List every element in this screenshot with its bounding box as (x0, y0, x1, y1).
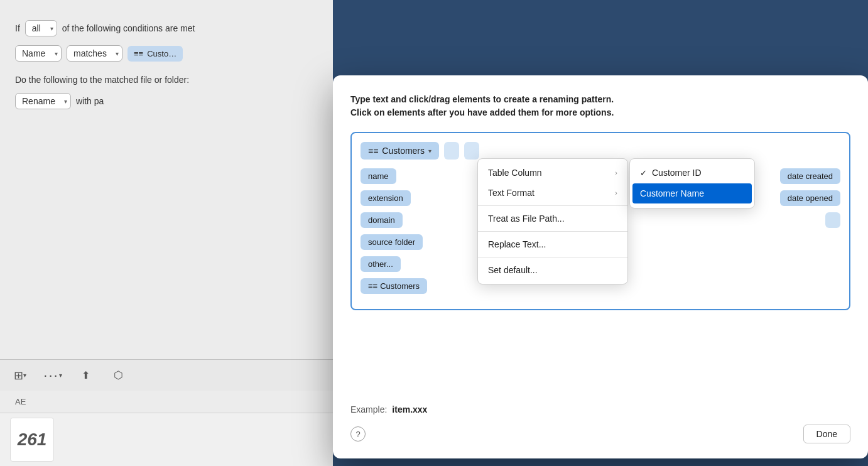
customers-icon: ≡≡ (368, 146, 378, 156)
share-button[interactable]: ⬆ (75, 367, 95, 384)
menu-separator-2 (478, 231, 627, 232)
customers-btn-label: Customers (382, 146, 425, 156)
menu-item-treat-as-file-path[interactable]: Treat as File Path... (478, 209, 627, 229)
table-column-arrow: › (615, 169, 617, 176)
help-button[interactable]: ? (350, 426, 366, 442)
primary-context-menu: Table Column › Text Format › Treat as Fi… (477, 158, 628, 284)
menu-item-table-column[interactable]: Table Column › (478, 163, 627, 183)
instructions-line2: Click on elements after you have added t… (350, 107, 614, 117)
customers-chip-icon: ≡≡ (134, 49, 143, 58)
token-name[interactable]: name (361, 168, 396, 184)
help-icon: ? (355, 430, 360, 439)
menu-item-table-column-label: Table Column (488, 168, 542, 178)
customer-id-check: ✓ (640, 168, 647, 178)
action-prefix-label-wrapper: Do the following to the matched file or … (15, 74, 318, 85)
if-label: If (15, 23, 20, 33)
condition-suffix-label: of the following conditions are met (62, 23, 195, 33)
customers-dropdown-button[interactable]: ≡≡ Customers ▾ (361, 142, 439, 160)
done-label: Done (816, 429, 837, 439)
ellipsis-icon: ··· (43, 367, 58, 384)
dialog-instructions: Type text and click/drag elements to cre… (350, 93, 850, 119)
table-column-submenu: ✓ Customer ID Customer Name (629, 158, 755, 209)
ae-label: AE (15, 397, 26, 406)
token-date-created[interactable]: date created (780, 168, 840, 184)
menu-item-text-format-label: Text Format (488, 188, 534, 198)
dialog-bottom-row: ? Done (350, 415, 850, 443)
token-top-3[interactable] (464, 142, 479, 160)
customers-btn-caret: ▾ (428, 148, 431, 154)
action-select-wrapper[interactable]: Rename ▾ (15, 93, 71, 109)
token-other[interactable]: other... (361, 256, 401, 272)
thumbnail-image: 261 (10, 418, 54, 462)
context-menu-container: Table Column › Text Format › Treat as Fi… (477, 158, 755, 284)
more-caret: ▾ (59, 372, 62, 379)
customers-chip-partial: ≡≡ Custo… (127, 46, 183, 62)
token-extra[interactable] (825, 212, 840, 228)
condition-row: Name ▾ matches ▾ ≡≡ Custo… (15, 45, 318, 62)
thumbnail-text: 261 (18, 430, 47, 450)
token-source-folder[interactable]: source folder (361, 234, 423, 250)
submenu-item-customer-id[interactable]: ✓ Customer ID (630, 163, 754, 183)
pattern-top-row: ≡≡ Customers ▾ (361, 142, 840, 160)
token-customers-icon: ≡≡ (368, 281, 377, 291)
action-select[interactable]: Rename (15, 93, 71, 109)
thumbnail-area: 261 (0, 413, 333, 466)
background-panel: If all ▾ of the following conditions are… (0, 0, 333, 466)
share-icon: ⬆ (82, 369, 90, 381)
menu-item-text-format[interactable]: Text Format › (478, 183, 627, 203)
grid-caret: ▾ (23, 372, 26, 379)
menu-item-replace-text[interactable]: Replace Text... (478, 234, 627, 254)
menu-separator-1 (478, 205, 627, 206)
text-format-arrow: › (615, 189, 617, 197)
token-date-opened[interactable]: date opened (780, 190, 840, 206)
all-select-wrapper[interactable]: all ▾ (25, 20, 57, 36)
submenu-item-customer-name[interactable]: Customer Name (632, 183, 752, 203)
done-button[interactable]: Done (803, 425, 850, 443)
customers-chip-label: Custo… (147, 49, 176, 58)
token-customers[interactable]: ≡≡ Customers (361, 278, 427, 294)
rename-pattern-dialog: Type text and click/drag elements to cre… (333, 75, 868, 458)
menu-item-replace-label: Replace Text... (488, 239, 546, 249)
grid-view-button[interactable]: ⊞ ▾ (10, 367, 30, 384)
token-domain[interactable]: domain (361, 212, 403, 228)
field-select-wrapper[interactable]: Name ▾ (15, 45, 62, 62)
more-options-button[interactable]: ··· ▾ (43, 367, 63, 384)
grid-icon: ⊞ (14, 369, 23, 382)
action-row: Rename ▾ with pa (15, 93, 318, 109)
background-ui: If all ▾ of the following conditions are… (0, 0, 333, 122)
all-select[interactable]: all (25, 20, 57, 36)
submenu-customer-name-label: Customer Name (640, 188, 704, 198)
example-label: Example: (350, 404, 387, 415)
toolbar: ⊞ ▾ ··· ▾ ⬆ ⬡ (0, 359, 333, 391)
operator-select-wrapper[interactable]: matches ▾ (67, 45, 122, 62)
pattern-builder-area[interactable]: ≡≡ Customers ▾ name date created extensi… (350, 132, 850, 310)
menu-separator-3 (478, 257, 627, 257)
action-prefix-label: Do the following to the matched file or … (15, 75, 189, 85)
example-row: Example: item.xxx (350, 398, 850, 415)
with-pa-label: with pa (76, 96, 104, 106)
token-extension[interactable]: extension (361, 190, 411, 206)
operator-select[interactable]: matches (67, 45, 122, 62)
field-select[interactable]: Name (15, 45, 62, 62)
menu-item-set-default[interactable]: Set default... (478, 260, 627, 280)
example-value: item.xxx (392, 404, 427, 415)
submenu-customer-id-label: Customer ID (652, 168, 702, 178)
instructions-line1: Type text and click/drag elements to cre… (350, 94, 614, 104)
tag-button[interactable]: ⬡ (108, 367, 128, 384)
token-top-2[interactable] (444, 142, 459, 160)
token-customers-label: Customers (380, 281, 420, 291)
menu-item-treat-label: Treat as File Path... (488, 214, 565, 224)
tag-icon: ⬡ (114, 369, 123, 382)
condition-prefix-row: If all ▾ of the following conditions are… (15, 20, 318, 36)
menu-item-set-default-label: Set default... (488, 265, 538, 275)
